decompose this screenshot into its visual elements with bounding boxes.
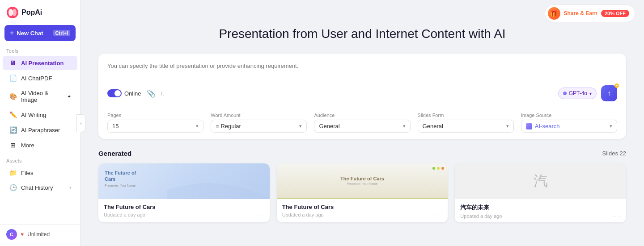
sidebar-bottom: C ♥ Unlimited <box>0 224 80 246</box>
slides-form-value: General <box>423 123 443 129</box>
card-3-more-button[interactable]: ··· <box>614 213 621 219</box>
pages-label: Pages <box>107 113 203 118</box>
card-1-thumb-title: The Future of Cars <box>105 170 136 183</box>
presentation-card-2[interactable]: The Future of Cars Presenter: Your Name … <box>277 163 448 222</box>
pages-option: Pages 15 ▾ <box>107 113 203 133</box>
online-label: Online <box>124 90 141 97</box>
online-toggle-switch[interactable] <box>107 89 122 97</box>
card-2-body: The Future of Cars Updated a day ago ··· <box>277 199 448 221</box>
chatpdf-icon: 📄 <box>9 75 17 82</box>
share-earn-button[interactable]: 🎁 Share & Earn 20% OFF <box>545 4 635 22</box>
card-3-title: 汽车的未来 <box>460 204 621 212</box>
sidebar-item-more[interactable]: ⊞ More <box>3 138 77 152</box>
ai-search-select-inner: AI-search <box>526 123 560 129</box>
plan-label: Unlimited <box>27 231 50 238</box>
sidebar-item-ai-paraphraser[interactable]: 🔄 AI Paraphraser <box>3 123 77 137</box>
audience-select[interactable]: General ▾ <box>314 120 410 133</box>
top-bar: 🎁 Share & Earn 20% OFF <box>80 0 644 27</box>
ai-search-icon <box>526 123 532 129</box>
send-arrow-icon: ↑ <box>607 89 611 97</box>
sparkle-badge: ✦ <box>67 94 71 100</box>
slides-form-select[interactable]: General ▾ <box>418 120 514 133</box>
slides-form-option: Slides Form General ▾ <box>418 113 514 133</box>
input-bottom-row: Online 📎 /. GPT-4o ▾ ↑ ✦ <box>107 85 617 101</box>
heart-icon: ♥ <box>21 231 24 238</box>
presentation-card-1[interactable]: The Future of Cars Presenter: Your Name … <box>98 163 270 222</box>
send-button[interactable]: ↑ ✦ <box>601 85 617 101</box>
image-source-select[interactable]: AI-search ▾ <box>521 120 617 133</box>
presentation-icon: 🖥 <box>9 59 17 67</box>
sidebar-item-ai-writing[interactable]: ✏️ AI Writing <box>3 108 77 122</box>
logo-area: PopAi <box>0 0 80 23</box>
cards-row: The Future of Cars Presenter: Your Name … <box>98 163 626 222</box>
app-name: PopAi <box>21 8 42 17</box>
card-2-updated-text: Updated a day ago <box>282 212 324 217</box>
assets-section-label: Assets <box>0 156 80 165</box>
pages-chevron-icon: ▾ <box>196 123 199 129</box>
card-1-thumb-subtitle: Presenter: Your Name <box>105 184 136 187</box>
slash-command-icon[interactable]: /. <box>161 90 164 97</box>
sidebar-item-ai-chatpdf[interactable]: 📄 AI ChatPDF <box>3 71 77 85</box>
prompt-textarea[interactable] <box>107 62 617 79</box>
card-thumb-2: The Future of Cars Presenter: Your Name <box>277 163 448 199</box>
word-amount-value: ≡ Regular <box>216 123 241 129</box>
presentation-card-3[interactable]: 汽 汽车的未来 Updated a day ago ··· <box>455 163 626 222</box>
card-2-updated: Updated a day ago ··· <box>282 212 443 217</box>
pages-select[interactable]: 15 ▾ <box>107 120 203 133</box>
gpt-dot-icon <box>563 92 567 95</box>
pages-value: 15 <box>112 123 119 129</box>
writing-icon: ✏️ <box>9 111 17 118</box>
card-3-updated: Updated a day ago ··· <box>460 213 621 219</box>
new-chat-shortcut: Ctrl+I <box>53 30 70 36</box>
word-amount-select[interactable]: ≡ Regular ▾ <box>211 120 307 133</box>
card-1-title: The Future of Cars <box>104 204 264 210</box>
card-2-thumb-title: The Future of Cars <box>340 176 384 181</box>
online-toggle[interactable]: Online <box>107 89 141 97</box>
pdot-1 <box>432 167 435 170</box>
files-label: Files <box>21 170 71 176</box>
new-chat-button[interactable]: + New Chat Ctrl+I <box>4 25 76 41</box>
audience-label: Audience <box>314 113 410 118</box>
sidebar-item-files[interactable]: 📁 Files <box>3 166 77 180</box>
ai-search-value: AI-search <box>535 123 560 129</box>
popai-logo-icon <box>6 6 19 19</box>
card-2-more-button[interactable]: ··· <box>436 212 442 217</box>
gpt-model-select[interactable]: GPT-4o ▾ <box>558 88 597 99</box>
ai-presentation-label: AI Presentation <box>21 60 71 67</box>
attach-icon[interactable]: 📎 <box>147 89 156 98</box>
audience-value: General <box>319 123 339 129</box>
card-3-body: 汽车的未来 Updated a day ago ··· <box>455 199 626 222</box>
more-label: More <box>21 142 71 149</box>
options-row: Pages 15 ▾ Word Amount ≡ Regular ▾ Audie… <box>107 107 617 133</box>
new-chat-label: New Chat <box>17 30 43 37</box>
sidebar-item-ai-video-image[interactable]: 🎨 AI Video & Image ✦ <box>3 86 77 107</box>
card-3-kanji: 汽 <box>534 171 548 191</box>
word-amount-option: Word Amount ≡ Regular ▾ <box>211 113 307 133</box>
share-earn-label: Share & Earn <box>564 10 597 17</box>
generated-header: Generated Slides 22 <box>98 150 626 157</box>
generated-title: Generated <box>98 150 131 157</box>
card-1-wave-decoration <box>167 163 270 199</box>
main-content: 🎁 Share & Earn 20% OFF Presentation from… <box>80 0 644 246</box>
sidebar-collapse-button[interactable]: ‹ <box>76 114 85 132</box>
user-avatar: C <box>6 229 17 240</box>
sidebar-item-ai-presentation[interactable]: 🖥 AI Presentation <box>3 56 77 70</box>
pdot-2 <box>437 167 440 170</box>
card-2-thumb-content: The Future of Cars Presenter: Your Name <box>340 176 384 185</box>
ai-chatpdf-label: AI ChatPDF <box>21 75 71 82</box>
tools-section-label: Tools <box>0 46 80 55</box>
image-source-chevron-icon: ▾ <box>610 123 612 129</box>
user-plan-badge[interactable]: C ♥ Unlimited <box>6 229 74 240</box>
card-thumb-1: The Future of Cars Presenter: Your Name <box>98 163 270 199</box>
ai-writing-label: AI Writing <box>21 112 71 118</box>
generated-section: Generated Slides 22 The Future of Cars P… <box>98 150 626 222</box>
chat-history-label: Chat History <box>21 184 65 191</box>
sidebar-item-chat-history[interactable]: 🕒 Chat History › <box>3 180 77 195</box>
word-amount-label: Word Amount <box>211 113 307 118</box>
card-1-more-button[interactable]: ··· <box>258 212 264 217</box>
card-1-thumb-text: The Future of Cars Presenter: Your Name <box>105 170 136 187</box>
word-amount-chevron-icon: ▾ <box>299 123 302 129</box>
share-earn-avatar: 🎁 <box>548 7 560 20</box>
sidebar: PopAi + New Chat Ctrl+I Tools 🖥 AI Prese… <box>0 0 80 246</box>
more-icon: ⊞ <box>9 142 17 149</box>
